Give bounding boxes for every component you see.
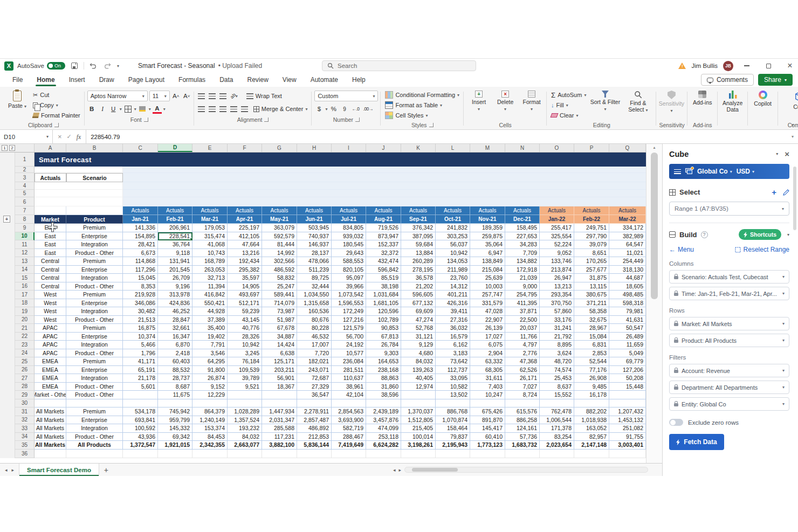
cell[interactable] [401,450,436,458]
shrink-font-button[interactable]: A˅ [182,91,191,101]
cell[interactable]: 79,837 [436,433,470,441]
row-header-2[interactable]: 2 [15,167,35,173]
cell[interactable]: 91,800 [192,366,228,375]
cell[interactable]: 1,240,149 [192,416,228,425]
row-header-12[interactable]: 12 [15,249,35,258]
row-header-7[interactable]: 7 [15,206,35,215]
percent-style-button[interactable] [329,104,338,114]
cell[interactable]: 91,755 [609,433,646,441]
align-bottom-button[interactable] [218,91,228,101]
cell[interactable] [609,399,646,408]
cell[interactable]: 212,853 [297,433,332,441]
comma-style-button[interactable] [340,104,349,114]
cell[interactable]: 26,139 [470,324,505,333]
comments-button[interactable]: Comments [701,74,754,86]
cell[interactable]: 820,105 [332,266,366,274]
cell[interactable]: 85,519 [366,274,401,282]
cell[interactable]: 387,095 [401,232,436,241]
grid-corner[interactable]: 12 [0,144,35,152]
cell[interactable]: 28,967 [574,324,609,333]
cell[interactable]: 9,152 [192,383,228,391]
row-header-1[interactable]: 1 [15,153,35,167]
row-header-6[interactable]: 6 [15,197,35,206]
format-as-table-button[interactable]: Format as Table [383,100,461,110]
cell[interactable]: 83,254 [540,433,574,441]
cell[interactable]: All Markets [35,441,66,450]
cell[interactable]: 10,577 [332,349,366,358]
cell[interactable]: 3,693,900 [332,416,366,425]
cell[interactable]: APAC [35,341,66,349]
cell[interactable]: 260,289 [401,257,436,266]
cell[interactable]: 1,031,684 [366,291,401,299]
cell[interactable] [123,190,646,197]
cell[interactable]: 1,034,550 [297,291,332,299]
cell[interactable]: 21,792 [540,333,574,341]
cell[interactable]: Central [35,282,66,291]
dialog-launcher-icon[interactable] [54,123,59,127]
cell[interactable]: 36,547 [297,391,332,399]
cell[interactable]: 138,849 [470,257,505,266]
cell[interactable]: 56,901 [262,374,297,383]
cell[interactable]: 67,678 [262,324,297,333]
field-account[interactable]: Account: Revenue [669,364,789,377]
cell[interactable]: Enterprise [66,266,123,274]
help-icon[interactable] [701,231,708,238]
cell[interactable] [436,450,470,458]
cell[interactable]: 227,653 [505,232,540,241]
cell[interactable]: 213,874 [540,266,574,274]
cell[interactable]: 1,073,542 [332,291,366,299]
cell[interactable]: 313,978 [158,291,192,299]
cell[interactable]: 1,512,805 [401,416,436,425]
fetch-data-button[interactable]: Fetch Data [669,434,724,450]
cell[interactable] [332,450,366,458]
cell[interactable] [366,450,401,458]
row-header-36[interactable]: 36 [15,450,35,458]
dialog-launcher-icon[interactable] [264,118,269,122]
cell[interactable]: 255,417 [540,224,574,232]
cell[interactable]: 1,372,547 [123,441,158,450]
fill-handle[interactable] [190,238,192,240]
cell[interactable] [574,450,609,458]
cell[interactable]: 254,449 [609,257,646,266]
cell[interactable]: 1,315,658 [297,299,332,308]
cell[interactable]: 145,332 [158,424,192,433]
cell[interactable]: 158,495 [505,224,540,232]
row-header-3[interactable]: 3 [15,173,35,182]
cell[interactable]: 31,121 [401,333,436,341]
cell[interactable]: 52,768 [401,324,436,333]
cell[interactable]: 10,942 [228,341,262,349]
cell[interactable]: 32,444 [297,282,332,291]
cell[interactable]: 288,467 [332,433,366,441]
cell[interactable]: 3,245 [228,349,262,358]
cell[interactable]: 112,737 [436,366,470,375]
cell[interactable]: 503,945 [297,224,332,232]
ribbon-tab-draw[interactable]: Draw [92,73,121,86]
cell[interactable]: 57,860 [540,307,574,316]
cell[interactable]: 512,171 [228,299,262,308]
cell-styles-button[interactable]: Cell Styles [383,110,461,120]
cell[interactable] [192,399,228,408]
cell[interactable]: 615,576 [505,407,540,416]
cell[interactable]: 117,296 [123,266,158,274]
cell[interactable]: 16,579 [436,333,470,341]
cell[interactable]: 33,176 [540,316,574,324]
cell[interactable]: 251,082 [609,424,646,433]
save-button[interactable] [69,60,80,71]
cell[interactable]: 534,178 [123,407,158,416]
align-left-button[interactable] [197,104,206,114]
cell[interactable]: 3,624 [540,349,574,358]
cell[interactable]: 13,502 [436,391,470,399]
analyze-data-button[interactable]: Analyze Data [720,89,745,113]
cell[interactable]: 17,007 [297,341,332,349]
cell[interactable]: West [35,307,66,316]
row-header-25[interactable]: 25 [15,357,35,366]
cell[interactable]: 9,485 [574,383,609,391]
currency-select[interactable]: USD [737,168,754,175]
field-market[interactable]: Market: All Markets [669,317,789,330]
cell[interactable]: 12,974 [401,383,436,391]
row-header-19[interactable]: 19 [15,307,35,316]
user-name[interactable]: Jim Bullis [691,63,718,69]
cell[interactable]: 740,937 [297,232,332,241]
cell[interactable]: 203,211 [262,366,297,375]
sensitivity-button[interactable]: Sensitivity [659,89,684,113]
